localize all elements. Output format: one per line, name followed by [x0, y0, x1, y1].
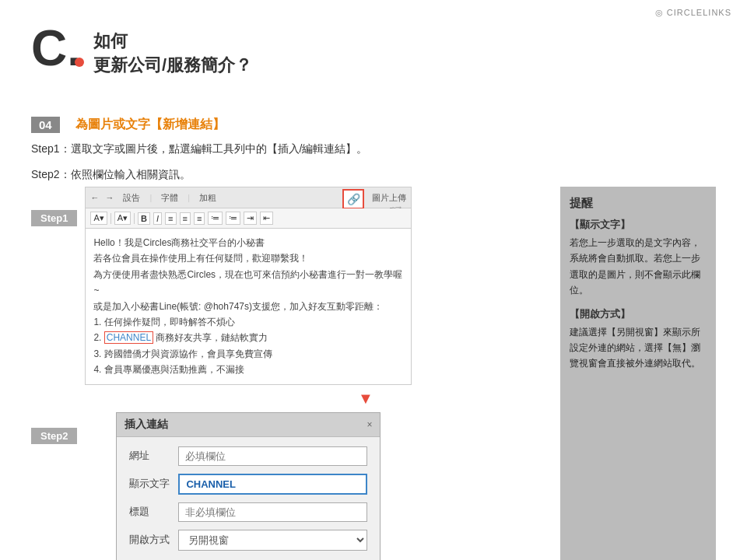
format-align3[interactable]: ≡	[194, 212, 205, 225]
content-line-8: 4. 會員專屬優惠與活動推薦，不漏接	[93, 362, 403, 377]
field-displaytext-input[interactable]	[178, 474, 367, 495]
dialog-title: 插入連結	[124, 418, 168, 432]
tip1-text: 若您上一步選取的是文字內容，系統將會自動抓取。若您上一步選取的是圖片，則不會顯示…	[570, 235, 707, 299]
editor-format-toolbar: A▾ A▾ B I ≡ ≡ ≡ ≔ ≔ ⇥ ⇤	[86, 208, 411, 229]
nav-back-icon: ←	[90, 193, 99, 202]
tip2-title: 【開啟方式】	[570, 308, 707, 321]
content-line-3: 為方便使用者盡快熟悉Circles，現在也可來信預約小秘書進行一對一教學喔~	[93, 267, 403, 299]
step-desc-1: Step1：選取文字或圖片後，點選編輯工具列中的【插入/編輯連結】。	[31, 139, 716, 159]
format-a1[interactable]: A▾	[90, 212, 107, 225]
field-url-label: 網址	[129, 449, 172, 463]
field-url-input[interactable]	[178, 446, 367, 466]
editor-mockup: ← → 設告 | 字體 | 加粗 🔗 🖼 圖片上傳	[85, 187, 412, 385]
main-content: Step1 ← → 設告 | 字體 | 加粗	[31, 187, 716, 560]
channel-text: CHANNEL	[104, 331, 153, 344]
separator-v2	[134, 213, 135, 224]
step1-label: Step1	[31, 210, 77, 226]
field-title-input[interactable]	[178, 502, 367, 522]
brand-name: CIRCLELINKS	[667, 8, 731, 17]
format-align1[interactable]: ≡	[165, 212, 176, 225]
settings-label: 設告	[123, 192, 140, 204]
field-openmethod-label: 開啟方式	[129, 533, 172, 547]
insert-link-dialog: 插入連結 × 網址 顯示文字	[116, 412, 381, 560]
insert-link-button[interactable]: 🔗	[342, 189, 364, 209]
format-a2[interactable]: A▾	[114, 212, 131, 225]
step-header: 04 為圖片或文字【新增連結】 Step1：選取文字或圖片後，點選編輯工具列中的…	[31, 117, 716, 184]
dialog-close-button[interactable]: ×	[366, 419, 372, 430]
tips-panel: 提醒 【顯示文字】 若您上一步選取的是文字內容，系統將會自動抓取。若您上一步選取…	[560, 187, 716, 560]
dialog-area: 插入連結 × 網址 顯示文字	[85, 412, 545, 560]
field-openmethod-select[interactable]: 另開視窗 無	[178, 530, 367, 551]
format-list1[interactable]: ≔	[208, 212, 223, 225]
content-line-7: 3. 跨國體僑才與資源協作，會員享免費宣傳	[93, 346, 403, 362]
editor-content-area: Hello！我是Circles商務社交平台的小秘書 若各位會員在操作使用上有任何…	[86, 229, 411, 384]
brand-logo: ◎ CIRCLELINKS	[655, 8, 731, 18]
field-displaytext-label: 顯示文字	[129, 477, 172, 491]
page-title-section: C. 如何 更新公司/服務簡介？	[31, 23, 252, 78]
separator2: |	[188, 193, 190, 202]
content-line-5: 1. 任何操作疑問，即時解答不煩心	[93, 314, 403, 330]
tips-header: 提醒	[570, 196, 707, 211]
title-line1: 如何	[93, 30, 252, 54]
step2-section: Step2 插入連結 × 網址	[31, 412, 545, 560]
brand-icon: ◎	[655, 8, 664, 17]
content-line-1: Hello！我是Circles商務社交平台的小秘書	[93, 235, 403, 250]
left-side: Step1 ← → 設告 | 字體 | 加粗	[31, 187, 545, 560]
content-line-4: 或是加入小秘書Line(帳號: @hoh747s)支援您，加入好友互動零距離：	[93, 299, 403, 314]
field-openmethod-row: 開啟方式 另開視窗 無	[129, 530, 367, 551]
field-title-row: 標題	[129, 502, 367, 522]
arrow-down-indicator: ▼	[187, 390, 545, 408]
dialog-body: 網址 顯示文字 標題	[117, 437, 380, 560]
dialog-title-bar: 插入連結 ×	[117, 413, 380, 437]
step-title: 為圖片或文字【新增連結】	[75, 117, 225, 133]
font-label: 字體	[161, 192, 178, 204]
nav-fwd-icon: →	[105, 193, 114, 202]
tip1-title: 【顯示文字】	[570, 219, 707, 232]
separator1: |	[149, 193, 152, 202]
field-url-row: 網址	[129, 446, 367, 466]
tip2-text: 建議選擇【另開視窗】來顯示所設定外連的網站，選擇【無】瀏覽視窗會直接被外連網站取…	[570, 324, 707, 372]
separator-v	[110, 213, 111, 224]
content-line-2: 若各位會員在操作使用上有任何疑問，歡迎聯繫我！	[93, 250, 403, 266]
editor-toolbar-top: ← → 設告 | 字體 | 加粗 🔗 🖼 圖片上傳	[86, 187, 411, 208]
title-text: 如何 更新公司/服務簡介？	[93, 23, 252, 78]
letter-c: C.	[31, 23, 81, 73]
format-list2[interactable]: ≔	[226, 212, 240, 225]
field-title-label: 標題	[129, 505, 172, 519]
field-displaytext-row: 顯示文字	[129, 474, 367, 495]
format-align2[interactable]: ≡	[180, 212, 191, 225]
format-italic[interactable]: I	[153, 212, 162, 225]
step2-label: Step2	[31, 428, 77, 444]
format-bold[interactable]: B	[138, 212, 150, 225]
format-indent1[interactable]: ⇥	[244, 212, 257, 225]
content-line-6: 2. CHANNEL 商務好友共享，鏈結軟實力	[93, 330, 403, 345]
step-desc-2: Step2：依照欄位輸入相關資訊。	[31, 165, 716, 184]
format-indent2[interactable]: ⇤	[260, 212, 273, 225]
title-line2: 更新公司/服務簡介？	[93, 54, 252, 78]
editor-area: ← → 設告 | 字體 | 加粗 🔗 🖼 圖片上傳	[85, 187, 545, 385]
font-size-label: 加粗	[199, 192, 216, 204]
step-number: 04	[31, 117, 60, 133]
step1-section: Step1 ← → 設告 | 字體 | 加粗	[31, 187, 545, 385]
